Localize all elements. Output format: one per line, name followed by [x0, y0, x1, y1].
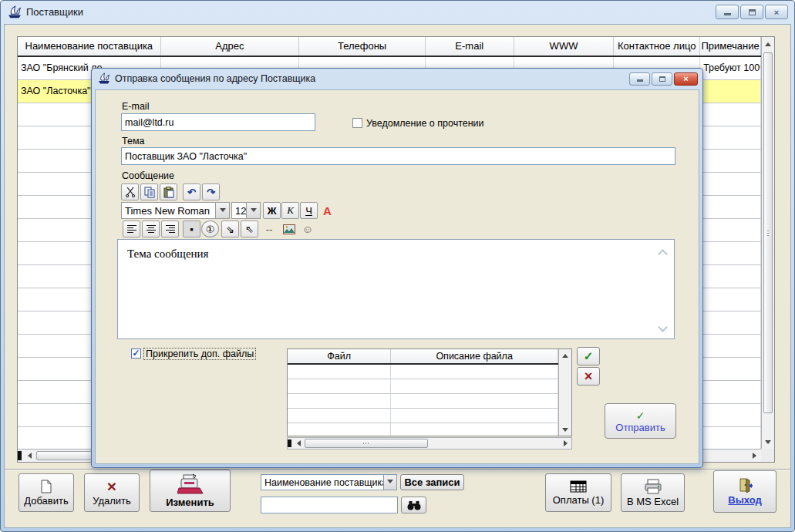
message-body[interactable]: Тема сообщения — [117, 239, 675, 339]
table-cell — [700, 242, 761, 265]
delete-button[interactable]: × Удалить — [84, 473, 140, 512]
attach-remove-button[interactable]: × — [577, 367, 600, 386]
align-center-icon — [146, 224, 157, 234]
dropdown-arrow-icon[interactable] — [383, 475, 396, 490]
maximize-icon[interactable] — [740, 5, 763, 19]
vertical-scroll-thumb[interactable] — [763, 52, 773, 413]
font-size-value: 12 — [232, 205, 246, 217]
email-field[interactable] — [121, 113, 315, 131]
font-family-select[interactable]: Times New Roman — [121, 202, 230, 219]
redo-button[interactable]: ↷ — [202, 184, 220, 200]
paste-button[interactable] — [160, 184, 177, 200]
cut-button[interactable] — [121, 184, 139, 200]
minimize-icon[interactable] — [716, 5, 739, 19]
read-receipt-label: Уведомление о прочтении — [366, 118, 484, 129]
excel-button[interactable]: В MS Excel — [621, 473, 685, 512]
column-header[interactable]: E-mail — [426, 37, 514, 56]
add-button[interactable]: Добавить — [19, 473, 74, 512]
column-header[interactable]: Описание файла — [391, 349, 558, 363]
underline-button[interactable]: Ч — [300, 202, 318, 219]
vertical-scrollbar[interactable] — [761, 37, 774, 449]
scrollbar-corner — [761, 449, 774, 462]
table-row[interactable] — [288, 423, 558, 436]
binoculars-icon — [406, 500, 422, 510]
subject-field[interactable] — [121, 147, 675, 165]
copy-button[interactable] — [140, 184, 158, 200]
scroll-down-icon[interactable] — [762, 436, 774, 449]
scroll-down-icon[interactable] — [559, 425, 571, 436]
scroll-up-icon[interactable] — [658, 249, 668, 259]
exit-button[interactable]: Выход — [713, 470, 776, 513]
all-records-button[interactable]: Все записи — [400, 474, 464, 490]
scroll-left-icon[interactable] — [292, 438, 303, 449]
attach-add-button[interactable]: ✓ — [577, 347, 600, 365]
font-size-select[interactable]: 12 — [231, 202, 261, 219]
italic-button[interactable]: К — [281, 202, 299, 219]
insert-image-button[interactable] — [281, 222, 297, 236]
undo-button[interactable]: ↶ — [183, 184, 200, 200]
numbered-icon: ① — [206, 224, 215, 235]
align-center-button[interactable] — [142, 221, 160, 237]
attachments-table-body — [288, 365, 558, 436]
table-cell — [700, 427, 761, 449]
minimize-icon[interactable] — [629, 72, 650, 86]
edit-button[interactable]: Изменить — [150, 470, 231, 512]
indent-button[interactable]: ⇘ — [221, 221, 239, 237]
column-header[interactable]: Файл — [288, 349, 391, 363]
table-row[interactable] — [288, 394, 558, 409]
horizontal-scrollbar[interactable] — [287, 437, 572, 450]
dropdown-arrow-icon[interactable] — [246, 203, 260, 218]
attach-files-checkbox[interactable] — [131, 348, 141, 359]
italic-label: К — [287, 204, 294, 217]
main-titlebar[interactable]: Поставщики × — [1, 1, 794, 23]
column-header[interactable]: Контактное лицо — [614, 37, 700, 56]
table-cell — [700, 150, 761, 173]
close-icon[interactable]: × — [765, 5, 788, 19]
column-header[interactable]: Наименование поставщика — [18, 37, 161, 56]
search-input[interactable] — [261, 497, 398, 513]
table-cell — [700, 358, 761, 381]
dialog-titlebar[interactable]: Отправка сообщения по адресу Поставщика … — [92, 69, 702, 89]
column-splitter[interactable] — [18, 451, 22, 460]
scroll-up-icon[interactable] — [559, 349, 571, 360]
table-cell — [700, 335, 761, 358]
search-button[interactable] — [401, 497, 426, 513]
scroll-up-icon[interactable] — [762, 37, 774, 49]
font-color-button[interactable]: A — [323, 204, 332, 217]
read-receipt-checkbox[interactable] — [352, 118, 362, 128]
scroll-right-icon[interactable] — [561, 438, 571, 449]
scroll-right-icon[interactable] — [749, 450, 761, 462]
scroll-down-icon[interactable] — [658, 322, 668, 332]
maximize-icon[interactable] — [652, 72, 672, 86]
dropdown-arrow-icon[interactable] — [215, 203, 229, 218]
align-left-button[interactable] — [123, 221, 140, 237]
close-icon[interactable]: × — [674, 72, 698, 86]
bullet-list-button[interactable]: ▪ — [183, 221, 200, 237]
column-header[interactable]: Примечание — [700, 37, 761, 56]
column-splitter[interactable] — [288, 439, 291, 447]
check-icon: ✓ — [584, 349, 594, 363]
horizontal-scroll-thumb[interactable] — [305, 439, 428, 448]
numbered-list-button[interactable]: ① — [201, 221, 219, 237]
table-cell: Требуют 100% — [700, 57, 761, 80]
horizontal-rule-button[interactable]: -- — [261, 221, 277, 237]
outdent-button[interactable]: ⇖ — [241, 221, 258, 237]
payments-button[interactable]: Оплаты (1) — [545, 473, 611, 512]
table-cell — [700, 404, 761, 427]
table-row[interactable] — [288, 365, 558, 379]
vertical-scrollbar[interactable] — [558, 349, 571, 436]
outdent-arrow-icon: ⇖ — [245, 224, 254, 235]
align-right-button[interactable] — [161, 221, 179, 237]
smiley-button[interactable]: ☺ — [301, 221, 315, 237]
column-header[interactable]: WWW — [514, 37, 615, 56]
table-cell — [700, 126, 761, 150]
table-row[interactable] — [288, 379, 558, 394]
column-header[interactable]: Адрес — [161, 37, 300, 56]
filter-field-combo[interactable]: Наименование поставщика — [261, 474, 397, 490]
edit-button-label: Изменить — [166, 497, 214, 508]
column-header[interactable]: Телефоны — [299, 37, 426, 56]
table-row[interactable] — [288, 409, 558, 423]
bold-button[interactable]: Ж — [263, 202, 281, 219]
send-button[interactable]: ✓ Отправить — [605, 403, 676, 439]
scroll-left-icon[interactable] — [22, 450, 35, 462]
